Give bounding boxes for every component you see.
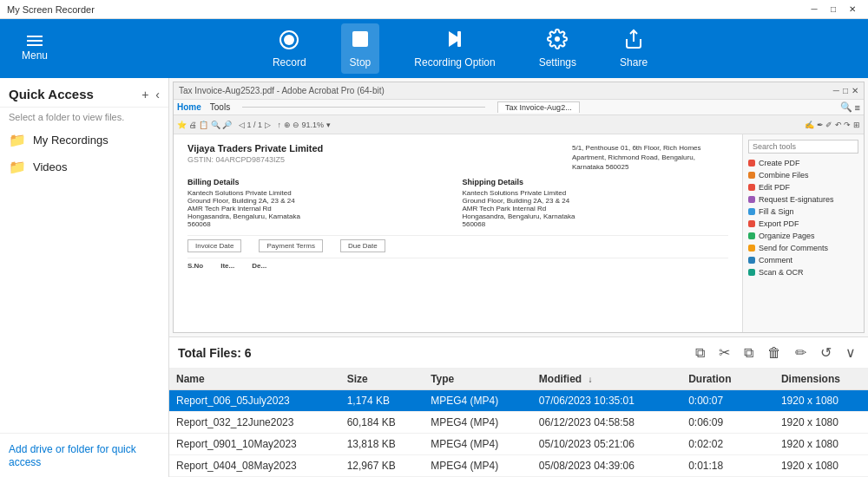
add-drive-link[interactable]: Add drive or folder for quick access xyxy=(9,443,136,468)
cut-button[interactable]: ✂ xyxy=(715,343,733,363)
sidebar-subtitle: Select a folder to view files. xyxy=(0,108,168,127)
file-list-header: Total Files: 6 ⧉ ✂ ⧉ 🗑 ✏ ↺ ∨ xyxy=(169,337,868,369)
col-header-name[interactable]: Name xyxy=(169,369,340,390)
svg-rect-2 xyxy=(352,31,368,47)
pdf-tool-dot-create xyxy=(748,160,755,167)
preview-pdf-toolbar: ⭐ 🖨 📋 🔍 🔎 ◁ 1 / 1 ▷ ↑ ⊕ ⊖ 91.1% ▾ ✍ ✒ ✐ … xyxy=(174,115,864,134)
pdf-page-nav: ◁ 1 / 1 ▷ xyxy=(239,121,271,129)
pdf-invoice-date-col: Invoice Date xyxy=(187,239,241,252)
preview-tab-label[interactable]: Tax Invoice-Aug2... xyxy=(497,101,580,113)
sidebar-item-label-my-recordings: My Recordings xyxy=(33,134,108,147)
folder-icon-blue: 📁 xyxy=(9,159,26,175)
preview-window-titlebar: Tax Invoice-Aug2523.pdf - Adobe Acrobat … xyxy=(174,82,864,100)
pdf-tool-edit[interactable]: Edit PDF xyxy=(748,181,858,193)
add-folder-icon[interactable]: + xyxy=(141,88,148,101)
file-modified: 07/06/2023 10:35:01 xyxy=(532,390,681,412)
pdf-tool-create[interactable]: Create PDF xyxy=(748,157,858,169)
file-modified: 05/08/2023 04:39:06 xyxy=(532,455,681,477)
sidebar: Quick Access + ‹ Select a folder to view… xyxy=(0,78,169,477)
recording-option-button[interactable]: Recording Option xyxy=(405,23,503,74)
pdf-tool-dot-organize xyxy=(748,232,755,239)
copy-path-button[interactable]: ⧉ xyxy=(692,343,708,363)
preview-window: Tax Invoice-Aug2523.pdf - Adobe Acrobat … xyxy=(173,82,865,333)
sort-icon: ↓ xyxy=(589,375,593,384)
pdf-tool-label-edit: Edit PDF xyxy=(759,183,790,192)
pdf-tool-fillsign[interactable]: Fill & Sign xyxy=(748,206,858,218)
sidebar-item-videos[interactable]: 📁 Videos xyxy=(0,154,168,180)
col-header-modified[interactable]: Modified ↓ xyxy=(532,369,681,390)
table-row[interactable]: Report_0901_10May2023 13,818 KB MPEG4 (M… xyxy=(169,434,868,455)
pdf-tool-label-scan: Scan & OCR xyxy=(759,268,804,277)
file-dimensions: 1920 x 1080 xyxy=(774,412,868,434)
file-duration: 0:02:02 xyxy=(681,434,774,455)
pdf-tool-esign[interactable]: Request E-signatures xyxy=(748,193,858,206)
pdf-gstin: GSTIN: 04ARCPD98743IZ5 xyxy=(187,155,323,164)
file-name: Report_006_05July2023 xyxy=(169,390,340,412)
copy-button[interactable]: ⧉ xyxy=(740,343,757,363)
pdf-tool-label-organize: Organize Pages xyxy=(759,232,815,240)
col-header-duration[interactable]: Duration xyxy=(681,369,774,390)
more-button[interactable]: ∨ xyxy=(842,343,859,363)
pdf-tool-scan[interactable]: Scan & OCR xyxy=(748,266,858,278)
pdf-table-cols: S.No Ite... De... xyxy=(187,262,728,270)
pdf-tools-search[interactable] xyxy=(748,140,858,154)
preview-home-tab[interactable]: Home xyxy=(177,102,201,112)
record-label: Record xyxy=(273,56,306,69)
svg-rect-4 xyxy=(457,31,461,47)
pdf-tool-export[interactable]: Export PDF xyxy=(748,218,858,230)
window-controls: ─ □ ✕ xyxy=(806,3,861,16)
stop-icon xyxy=(350,29,371,53)
maximize-button[interactable]: □ xyxy=(825,3,842,16)
col-header-dimensions[interactable]: Dimensions xyxy=(774,369,868,390)
pdf-invoice-row: Invoice Date Payment Terms Due Date xyxy=(187,235,728,252)
delete-button[interactable]: 🗑 xyxy=(764,343,785,363)
preview-tools-tab[interactable]: Tools xyxy=(210,102,230,112)
file-list-actions: ⧉ ✂ ⧉ 🗑 ✏ ↺ ∨ xyxy=(692,343,859,363)
rename-button[interactable]: ✏ xyxy=(792,343,810,363)
preview-menubar: Home Tools Tax Invoice-Aug2... 🔍 ≡ xyxy=(174,100,864,115)
record-button[interactable]: Record xyxy=(264,24,315,74)
share-button[interactable]: Share xyxy=(611,23,656,74)
hamburger-icon xyxy=(27,36,43,46)
sidebar-title: Quick Access xyxy=(9,87,141,101)
file-type: MPEG4 (MP4) xyxy=(424,390,532,412)
sidebar-item-my-recordings[interactable]: 📁 My Recordings xyxy=(0,127,168,154)
table-row[interactable]: Report_006_05July2023 1,174 KB MPEG4 (MP… xyxy=(169,390,868,412)
pdf-tool-combine[interactable]: Combine Files xyxy=(748,169,858,181)
table-row[interactable]: Report_0404_08May2023 12,967 KB MPEG4 (M… xyxy=(169,455,868,477)
menu-button[interactable]: Menu xyxy=(9,23,61,75)
refresh-button[interactable]: ↺ xyxy=(817,343,835,363)
collapse-sidebar-icon[interactable]: ‹ xyxy=(155,88,160,101)
minimize-button[interactable]: ─ xyxy=(806,3,823,16)
pdf-tool-dot-comment xyxy=(748,257,755,264)
pdf-tool-label-comment: Comment xyxy=(759,256,792,265)
pdf-tool-comment-send[interactable]: Send for Comments xyxy=(748,242,858,254)
menu-label: Menu xyxy=(22,49,48,62)
preview-max-btn[interactable]: □ xyxy=(843,86,848,95)
media-controls-bar: ⊞ 0:00:00 0:00:07 🔊 ⏮ ⏵ ⏭ xyxy=(174,332,864,333)
table-row[interactable]: Report_032_12June2023 60,184 KB MPEG4 (M… xyxy=(169,412,868,434)
pdf-tool-comment[interactable]: Comment xyxy=(748,254,858,266)
pdf-tool-organize[interactable]: Organize Pages xyxy=(748,230,858,242)
menu-panel-icon[interactable]: ≡ xyxy=(855,102,860,113)
settings-button[interactable]: Settings xyxy=(530,23,585,74)
preview-min-btn[interactable]: ─ xyxy=(833,86,839,95)
sidebar-footer: Add drive or folder for quick access xyxy=(0,433,168,477)
pdf-tool-dot-comment-send xyxy=(748,245,755,252)
pdf-col-desc: De... xyxy=(252,262,266,270)
stop-button[interactable]: Stop xyxy=(341,23,380,74)
preview-close-btn[interactable]: ✕ xyxy=(852,86,858,95)
file-table: Name Size Type Modified ↓ Duration Dimen… xyxy=(169,369,868,477)
pdf-col-sno: S.No xyxy=(187,262,203,270)
pdf-tool-dot-edit xyxy=(748,184,755,191)
pdf-col-item: Ite... xyxy=(220,262,234,270)
search-panel-icon[interactable]: 🔍 xyxy=(840,101,852,113)
pdf-billing-address: Kantech Solutions Private LimitedGround … xyxy=(187,189,454,228)
close-button[interactable]: ✕ xyxy=(844,3,861,16)
pdf-right-address: 5/1, Penthouse 01, 6th Floor, Rich Homes… xyxy=(572,143,728,173)
col-header-type[interactable]: Type xyxy=(424,369,532,390)
col-header-size[interactable]: Size xyxy=(340,369,424,390)
file-table-body: Report_006_05July2023 1,174 KB MPEG4 (MP… xyxy=(169,390,868,477)
pdf-company-name: Vijaya Traders Private Limited xyxy=(187,143,323,154)
file-type: MPEG4 (MP4) xyxy=(424,434,532,455)
